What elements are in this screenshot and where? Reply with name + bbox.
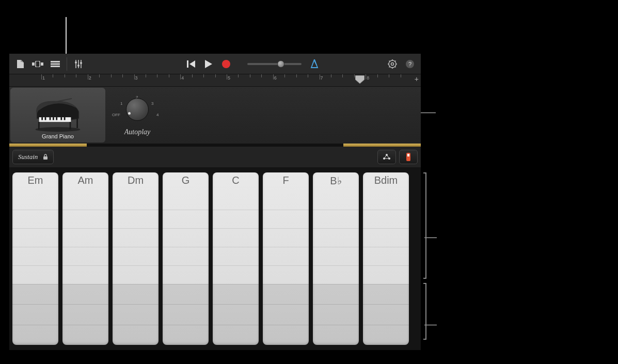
sustain-button[interactable]: Sustain [12,150,54,164]
chord-strip[interactable]: Am [62,172,108,345]
instrument-tile[interactable]: Grand Piano [10,88,105,143]
autoplay-label: Autoplay [124,128,151,136]
bass-note-row[interactable] [213,325,259,345]
bass-note-row[interactable] [12,304,58,324]
sustain-label: Sustain [18,153,38,161]
bass-note-row[interactable] [313,325,359,345]
add-section-button[interactable]: + [415,75,419,83]
chord-segment-divider [363,265,409,266]
bass-note-row[interactable] [163,284,209,304]
chord-label: Am [62,172,108,191]
keyboard-view-button[interactable] [399,150,418,164]
bass-note-row[interactable] [12,284,58,304]
chord-segment-divider [12,265,58,266]
file-icon [17,60,24,68]
ruler-bar-label: 8 [367,75,369,81]
ruler-minor-tick [389,74,389,77]
side-brackets [421,167,426,350]
bass-note-row[interactable] [263,304,309,324]
svg-rect-28 [39,117,71,122]
ruler-minor-tick [401,74,401,77]
bass-note-row[interactable] [363,284,409,304]
ruler-minor-tick [192,74,193,77]
hinge-strip [9,144,421,147]
bass-note-row[interactable] [363,304,409,324]
metronome-button[interactable] [307,57,322,71]
bass-note-row[interactable] [363,325,409,345]
ruler-minor-tick [169,74,169,77]
bass-note-row[interactable] [313,304,359,324]
svg-point-27 [35,127,80,132]
chord-strip[interactable]: B♭ [313,172,359,345]
bass-note-row[interactable] [113,304,159,324]
tracks-view-button[interactable] [30,57,45,71]
lock-icon [43,154,48,160]
bass-note-row[interactable] [62,325,108,345]
svg-rect-34 [60,117,62,120]
app-window: ? // ticks drawn via template below 1234… [9,54,421,350]
rewind-button[interactable] [183,57,199,71]
bass-note-row[interactable] [263,284,309,304]
fx-button[interactable] [47,57,63,71]
bass-note-row[interactable] [62,304,108,324]
bass-note-row[interactable] [313,284,359,304]
ruler-minor-tick [65,74,65,77]
ruler-bar-label: 5 [228,75,230,81]
autoplay-label-off: OFF [112,113,120,117]
controls-bar: Sustain [9,147,421,167]
chord-strip[interactable]: C [213,172,259,345]
svg-rect-12 [187,60,188,68]
svg-rect-30 [45,117,46,120]
ruler-tick [273,74,274,80]
bracket-chords [423,172,426,279]
autoplay-dial[interactable] [126,98,149,121]
bass-note-row[interactable] [113,284,159,304]
ruler-minor-tick [261,74,262,77]
chord-view-button[interactable] [377,150,396,164]
bass-note-row[interactable] [213,304,259,324]
bass-note-row[interactable] [163,304,209,324]
autoplay-label-4: 4 [156,113,159,117]
chord-segment-divider [113,247,159,247]
ruler-bar-label: 1 [42,75,45,81]
volume-slider[interactable] [247,63,302,65]
chord-segment-divider [363,210,409,210]
svg-point-16 [391,62,394,65]
chord-strips-area: EmAmDmGCFB♭Bdim [9,167,421,350]
settings-button[interactable] [385,57,400,71]
bass-note-row[interactable] [213,284,259,304]
ruler-minor-tick [354,74,355,77]
timeline-ruler[interactable]: // ticks drawn via template below 123456… [9,74,421,87]
tracks-icon [32,61,43,67]
chord-strip[interactable]: Dm [113,172,159,345]
chord-strip[interactable]: F [263,172,309,345]
help-button[interactable]: ? [402,57,418,71]
bass-note-row[interactable] [12,325,58,345]
ruler-tick [41,74,42,80]
chord-strip[interactable]: Bdim [363,172,409,345]
chord-strip[interactable]: Em [12,172,58,345]
volume-thumb[interactable] [277,60,284,68]
bass-note-row[interactable] [113,325,159,345]
chord-segment-divider [62,228,108,229]
playhead[interactable] [355,75,365,84]
autoplay-control: OFF 1 2 3 4 Autoplay [106,87,168,144]
hinge-right [343,144,421,147]
chord-label: Dm [113,172,159,191]
play-button[interactable] [201,57,216,71]
chord-segment-divider [263,247,309,247]
bass-note-row[interactable] [163,325,209,345]
ruler-tick [227,74,227,80]
chord-strip[interactable]: G [163,172,209,345]
ruler-tick [180,74,181,80]
bass-note-row[interactable] [62,284,108,304]
chord-segment-divider [113,228,159,229]
svg-text:?: ? [408,61,411,67]
autoplay-label-1: 1 [120,101,122,106]
bass-note-row[interactable] [263,325,309,345]
browser-button[interactable] [12,57,28,71]
ruler-minor-tick [157,74,157,77]
mixer-button[interactable] [71,57,86,71]
record-button[interactable] [218,57,234,71]
scale-icon [382,153,391,161]
